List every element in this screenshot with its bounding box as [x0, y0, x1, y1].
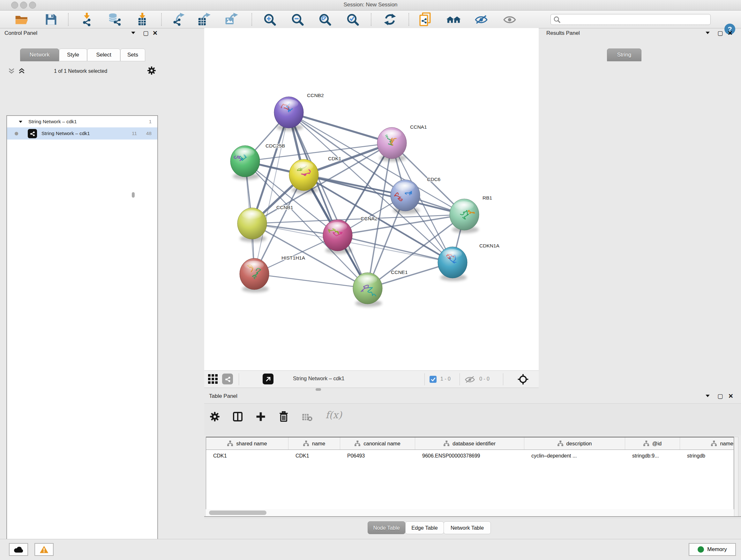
network-node-CDKN1A[interactable]	[438, 247, 467, 281]
import-network-database-button[interactable]	[106, 12, 123, 26]
network-node-CCNA1[interactable]	[377, 127, 407, 162]
tab-network-table[interactable]: Network Table	[444, 521, 491, 534]
delete-table-button[interactable]	[302, 413, 313, 422]
new-network-from-selection-button[interactable]	[417, 12, 434, 26]
zoom-fit-button[interactable]	[317, 12, 333, 26]
function-builder-button[interactable]: f(x)	[326, 409, 342, 421]
hscrollbar-thumb[interactable]	[209, 510, 266, 515]
refresh-view-button[interactable]	[382, 12, 398, 26]
save-session-button[interactable]	[43, 12, 59, 26]
selected-node-edge-counts: 1 - 0	[441, 376, 451, 382]
network-node-CCNA2[interactable]	[323, 220, 352, 254]
selected-checkbox[interactable]	[429, 376, 436, 383]
network-edge[interactable]	[289, 112, 392, 143]
network-edge[interactable]	[289, 112, 367, 288]
column-header-database-identifier[interactable]: database identifier	[415, 437, 524, 449]
column-header-canonical-name[interactable]: canonical name	[340, 437, 415, 449]
crosshair-icon	[518, 374, 529, 385]
window-title: Session: New Session	[0, 2, 741, 8]
column-type-icon	[227, 441, 233, 446]
column-header-namespac[interactable]: namespac	[680, 437, 734, 449]
show-all-button[interactable]	[501, 12, 518, 26]
table-cell[interactable]: CDK1	[206, 450, 288, 462]
network-panel-options-button[interactable]	[147, 66, 156, 75]
warnings-button[interactable]	[35, 543, 54, 556]
tab-network[interactable]: Network	[20, 49, 59, 61]
separator	[503, 373, 503, 385]
export-table-button[interactable]	[196, 12, 212, 26]
control-panel-float-button[interactable]: ▢	[143, 29, 149, 37]
network-node-CDK1[interactable]	[289, 159, 319, 193]
table-hscrollbar[interactable]	[206, 509, 734, 516]
network-graph[interactable]: CCNB2CCNA1CDC25BCDK1CDC6RB1CCNB1CCNA2CDK…	[204, 28, 539, 370]
table-vscrollbar[interactable]	[734, 437, 738, 516]
table-panel-collapse-button[interactable]	[705, 394, 710, 397]
import-table-file-button[interactable]	[134, 12, 151, 26]
network-edge[interactable]	[289, 112, 464, 214]
import-network-file-button[interactable]	[78, 12, 95, 26]
network-node-CDC25B[interactable]	[230, 145, 260, 180]
view-mode-button[interactable]	[222, 374, 233, 384]
table-row[interactable]: CDK1CDK1P064939606.ENSP00000378699cyclin…	[206, 450, 734, 462]
export-network-button[interactable]	[171, 12, 187, 26]
open-session-button[interactable]	[13, 12, 30, 26]
network-node-CCNB1[interactable]	[238, 208, 267, 242]
table-options-button[interactable]	[210, 412, 219, 422]
network-edge[interactable]	[254, 274, 367, 288]
zoom-fit-icon	[319, 13, 331, 26]
network-collection-row[interactable]: String Network – cdk1 1	[7, 116, 157, 127]
table-cell[interactable]: 9606.ENSP00000378699	[415, 450, 524, 462]
network-node-CDC6[interactable]	[391, 180, 420, 214]
table-cell[interactable]: stringdb:9...	[625, 450, 680, 462]
tab-sets[interactable]: Sets	[120, 49, 145, 61]
hide-eye-icon	[475, 15, 488, 24]
network-node-HIST1H1A[interactable]	[240, 258, 269, 293]
export-image-button[interactable]	[223, 12, 240, 26]
network-node-CCNB2[interactable]	[274, 97, 304, 131]
search-input[interactable]	[563, 17, 711, 23]
delete-column-button[interactable]	[279, 411, 288, 422]
show-columns-button[interactable]	[233, 412, 243, 422]
tab-edge-table[interactable]: Edge Table	[405, 521, 444, 534]
network-canvas[interactable]: CCNB2CCNA1CDC25BCDK1CDC6RB1CCNB1CCNA2CDK…	[204, 28, 539, 370]
table-panel-float-button[interactable]: ▢	[718, 392, 723, 400]
birds-eye-view-button[interactable]	[263, 374, 273, 384]
network-row-selected[interactable]: String Network – cdk1 11 48	[7, 127, 157, 139]
column-header-name[interactable]: name	[288, 437, 340, 449]
network-node-CCNE1[interactable]	[353, 273, 382, 307]
splitter-handle[interactable]	[316, 388, 321, 391]
memory-button[interactable]: Memory	[689, 543, 736, 556]
tab-node-table[interactable]: Node Table	[367, 521, 405, 534]
table-cell[interactable]: P06493	[340, 450, 415, 462]
first-neighbors-button[interactable]	[446, 12, 462, 26]
hide-selected-button[interactable]	[473, 12, 489, 26]
zoom-out-button[interactable]	[289, 12, 306, 26]
network-node-RB1[interactable]	[450, 199, 479, 233]
control-panel-close-button[interactable]: ✕	[152, 29, 158, 37]
column-header-shared-name[interactable]: shared name	[206, 437, 288, 449]
splitter-handle[interactable]	[132, 192, 135, 198]
zoom-selected-button[interactable]	[344, 12, 361, 26]
results-panel-collapse-button[interactable]	[705, 31, 710, 35]
results-panel-float-button[interactable]: ▢	[718, 29, 723, 37]
table-cell[interactable]: cyclin–dependent ...	[524, 450, 625, 462]
fit-selected-button[interactable]	[518, 374, 529, 385]
chevron-down-icon	[705, 31, 710, 35]
table-cell[interactable]: stringdb	[680, 450, 734, 462]
add-column-button[interactable]	[256, 412, 266, 422]
tab-select[interactable]: Select	[87, 49, 120, 61]
control-panel-collapse-button[interactable]	[131, 31, 136, 35]
tab-style[interactable]: Style	[59, 49, 87, 61]
status-bar: Memory	[0, 539, 741, 560]
table-cell[interactable]: CDK1	[288, 450, 340, 462]
tab-string[interactable]: String	[607, 49, 642, 61]
network-view-toolbar: String Network – cdk1 1 - 0 0 - 0	[204, 370, 539, 388]
column-header--id[interactable]: @id	[625, 437, 680, 449]
cloud-status-button[interactable]	[9, 543, 28, 556]
column-header-description[interactable]: description	[524, 437, 625, 449]
results-panel-close-button[interactable]: ✕	[728, 29, 733, 37]
grid-mode-button[interactable]	[208, 374, 218, 384]
table-panel-close-button[interactable]: ✕	[728, 392, 733, 400]
zoom-in-button[interactable]	[261, 12, 278, 26]
search-box	[550, 14, 711, 25]
